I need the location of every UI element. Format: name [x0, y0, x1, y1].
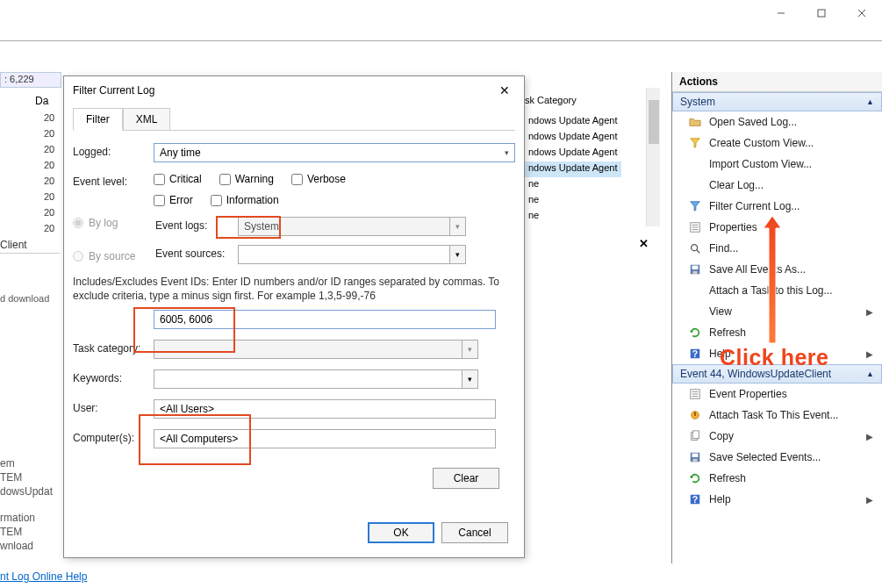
- maximize-button[interactable]: [801, 0, 842, 26]
- blank-icon: [688, 178, 702, 192]
- collapse-icon: ▲: [866, 97, 874, 106]
- table-row[interactable]: ne: [525, 177, 621, 193]
- actions-group-system[interactable]: System▲: [672, 92, 882, 111]
- chevron-down-icon[interactable]: ▾: [449, 246, 465, 263]
- verbose-checkbox[interactable]: Verbose: [291, 173, 346, 185]
- column-header-partial: Da: [35, 95, 48, 107]
- eventids-input[interactable]: [154, 310, 496, 329]
- panel-text-partial: d download: [0, 293, 49, 304]
- action-refresh[interactable]: Refresh: [672, 468, 882, 489]
- keywords-combo[interactable]: ▾: [154, 369, 478, 389]
- action-copy[interactable]: Copy▶: [672, 426, 882, 447]
- annotation-text: Click here: [720, 345, 829, 370]
- close-button[interactable]: [842, 0, 882, 26]
- svg-rect-23: [692, 431, 699, 439]
- properties-icon: [688, 220, 702, 234]
- details-block-partial: em TEM dowsUpdat rmation TEM wnload: [0, 456, 53, 553]
- chevron-right-icon: ▶: [866, 432, 873, 441]
- table-row[interactable]: ndows Update Agent: [525, 130, 621, 146]
- taskcategory-label: Task category:: [73, 340, 154, 355]
- action-attach-task-to-this-event[interactable]: Attach Task To This Event...: [672, 405, 882, 426]
- chevron-right-icon: ▶: [866, 495, 873, 505]
- warning-checkbox[interactable]: Warning: [219, 173, 274, 185]
- table-row[interactable]: ne: [525, 209, 621, 225]
- table-row[interactable]: ndows Update Agent: [525, 146, 621, 161]
- clear-button[interactable]: Clear: [433, 468, 499, 489]
- error-checkbox[interactable]: Error: [154, 194, 193, 206]
- ok-button[interactable]: OK: [368, 522, 434, 543]
- refresh-icon: [688, 326, 702, 340]
- chevron-down-icon: ▾: [462, 341, 477, 358]
- keywords-label: Keywords:: [73, 369, 154, 384]
- logged-label: Logged:: [73, 143, 154, 158]
- filter-current-log-dialog: Filter Current Log ✕ Filter XML Logged: …: [63, 75, 525, 558]
- find-icon: [688, 241, 702, 255]
- help-icon: ?: [688, 492, 702, 506]
- refresh-icon: [688, 471, 702, 485]
- eventsources-combo[interactable]: ▾: [238, 245, 466, 264]
- list-item[interactable]: 20: [35, 174, 63, 190]
- list-item[interactable]: 20: [35, 190, 63, 205]
- cancel-button[interactable]: Cancel: [441, 522, 508, 543]
- svg-rect-1: [818, 10, 825, 17]
- online-help-link[interactable]: nt Log Online Help: [0, 570, 87, 583]
- bylog-radio: By log: [73, 217, 143, 229]
- list-item[interactable]: 20: [35, 126, 63, 142]
- svg-rect-12: [692, 271, 697, 275]
- close-icon[interactable]: ✕: [639, 237, 649, 250]
- table-row[interactable]: ne: [525, 193, 621, 209]
- taskcategory-combo: ▾: [154, 340, 478, 359]
- critical-checkbox[interactable]: Critical: [154, 173, 202, 185]
- svg-rect-26: [692, 459, 697, 463]
- action-create-custom-view[interactable]: Create Custom View...: [672, 133, 882, 154]
- computers-input[interactable]: [154, 429, 496, 448]
- minimize-button[interactable]: [761, 0, 801, 26]
- task-icon: [688, 408, 702, 422]
- action-filter-current-log[interactable]: Filter Current Log...: [672, 196, 882, 217]
- eventlogs-combo: ▾: [238, 217, 466, 236]
- computers-label: Computer(s):: [73, 429, 154, 444]
- list-item[interactable]: 20: [35, 111, 63, 126]
- blank-icon: [688, 283, 702, 298]
- action-help[interactable]: ?Help▶: [672, 489, 882, 510]
- chevron-right-icon: ▶: [866, 307, 873, 317]
- action-clear-log[interactable]: Clear Log...: [672, 175, 882, 196]
- svg-rect-25: [692, 454, 699, 457]
- chevron-down-icon[interactable]: ▾: [462, 370, 477, 388]
- event-count-status: : 6,229: [0, 72, 61, 88]
- funnel-icon: [688, 199, 702, 213]
- scrollbar[interactable]: [646, 88, 660, 226]
- list-item[interactable]: 20: [35, 205, 63, 221]
- eventids-hint: Includes/Excludes Event IDs: Enter ID nu…: [73, 275, 515, 303]
- list-item[interactable]: 20: [35, 142, 63, 158]
- action-import-custom-view[interactable]: Import Custom View...: [672, 154, 882, 175]
- action-save-selected-events[interactable]: Save Selected Events...: [672, 447, 882, 468]
- help-icon: ?: [688, 347, 702, 361]
- list-item[interactable]: 20: [35, 221, 63, 237]
- user-input[interactable]: [154, 399, 496, 419]
- copy-icon: [688, 429, 702, 443]
- information-checkbox[interactable]: Information: [211, 194, 279, 206]
- tab-xml[interactable]: XML: [123, 108, 171, 130]
- tab-filter[interactable]: Filter: [73, 108, 123, 131]
- svg-marker-30: [764, 216, 781, 343]
- logged-dropdown[interactable]: Any time ▾: [154, 143, 515, 162]
- list-item[interactable]: 20: [35, 158, 63, 174]
- svg-text:?: ?: [692, 348, 698, 359]
- save-icon: [688, 450, 702, 464]
- dialog-close-button[interactable]: ✕: [494, 83, 515, 97]
- eventlogs-label: Event logs:: [155, 217, 238, 232]
- collapse-icon: ▲: [866, 369, 874, 378]
- funnel-new-icon: [688, 136, 702, 150]
- svg-line-9: [697, 250, 700, 254]
- dialog-title: Filter Current Log: [73, 84, 154, 97]
- panel-header-partial: Client: [0, 237, 60, 254]
- svg-rect-11: [692, 266, 699, 269]
- actions-title: Actions: [672, 72, 882, 92]
- table-row[interactable]: ndows Update Agent: [525, 161, 621, 177]
- table-row[interactable]: ndows Update Agent: [525, 114, 621, 130]
- eventlevel-label: Event level:: [73, 173, 154, 188]
- action-open-saved-log[interactable]: Open Saved Log...: [672, 111, 882, 133]
- chevron-right-icon: ▶: [866, 349, 873, 359]
- action-event-properties[interactable]: Event Properties: [672, 384, 882, 405]
